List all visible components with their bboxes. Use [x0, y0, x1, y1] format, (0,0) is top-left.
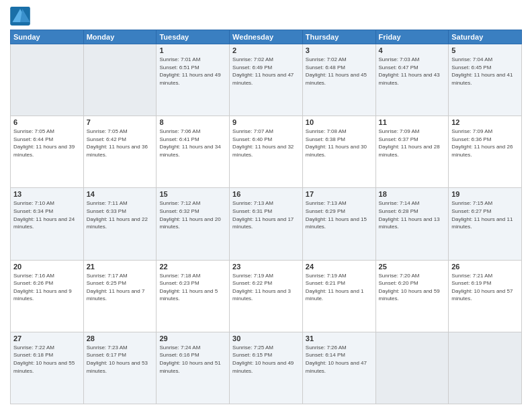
day-detail: Sunrise: 7:13 AM Sunset: 6:29 PM Dayligh…	[306, 199, 373, 230]
day-detail: Sunrise: 7:19 AM Sunset: 6:22 PM Dayligh…	[232, 272, 300, 303]
calendar-cell: 12Sunrise: 7:09 AM Sunset: 6:36 PM Dayli…	[449, 116, 522, 188]
calendar-week-row: 1Sunrise: 7:01 AM Sunset: 6:51 PM Daylig…	[11, 44, 522, 116]
day-number: 24	[306, 263, 373, 271]
calendar-week-row: 20Sunrise: 7:16 AM Sunset: 6:26 PM Dayli…	[11, 260, 522, 332]
calendar-cell: 2Sunrise: 7:02 AM Sunset: 6:49 PM Daylig…	[230, 44, 303, 116]
day-number: 15	[159, 190, 226, 198]
day-detail: Sunrise: 7:21 AM Sunset: 6:19 PM Dayligh…	[451, 272, 519, 303]
calendar-week-row: 13Sunrise: 7:10 AM Sunset: 6:34 PM Dayli…	[11, 188, 522, 260]
calendar-cell: 4Sunrise: 7:03 AM Sunset: 6:47 PM Daylig…	[375, 44, 449, 116]
calendar-cell: 17Sunrise: 7:13 AM Sunset: 6:29 PM Dayli…	[302, 188, 375, 260]
calendar-cell: 27Sunrise: 7:22 AM Sunset: 6:18 PM Dayli…	[11, 332, 84, 404]
day-number: 21	[87, 263, 154, 271]
calendar-cell: 5Sunrise: 7:04 AM Sunset: 6:45 PM Daylig…	[449, 44, 522, 116]
calendar-cell: 20Sunrise: 7:16 AM Sunset: 6:26 PM Dayli…	[11, 260, 84, 332]
day-number: 7	[87, 118, 154, 126]
header	[10, 7, 522, 26]
calendar-cell: 9Sunrise: 7:07 AM Sunset: 6:40 PM Daylig…	[230, 116, 303, 188]
day-number: 31	[306, 334, 373, 342]
day-number: 28	[87, 334, 154, 342]
day-number: 5	[451, 46, 519, 54]
day-number: 17	[306, 190, 373, 198]
day-detail: Sunrise: 7:03 AM Sunset: 6:47 PM Dayligh…	[379, 56, 446, 87]
day-detail: Sunrise: 7:16 AM Sunset: 6:26 PM Dayligh…	[13, 272, 81, 303]
day-detail: Sunrise: 7:01 AM Sunset: 6:51 PM Dayligh…	[159, 56, 226, 87]
day-header-sunday: Sunday	[11, 30, 84, 44]
calendar-cell: 11Sunrise: 7:09 AM Sunset: 6:37 PM Dayli…	[375, 116, 449, 188]
calendar-cell: 29Sunrise: 7:24 AM Sunset: 6:16 PM Dayli…	[157, 332, 230, 404]
calendar-table: SundayMondayTuesdayWednesdayThursdayFrid…	[10, 30, 522, 404]
day-number: 10	[306, 118, 373, 126]
calendar-cell: 31Sunrise: 7:26 AM Sunset: 6:14 PM Dayli…	[302, 332, 375, 404]
day-detail: Sunrise: 7:23 AM Sunset: 6:17 PM Dayligh…	[87, 344, 154, 375]
day-header-thursday: Thursday	[302, 30, 375, 44]
calendar-cell: 3Sunrise: 7:02 AM Sunset: 6:48 PM Daylig…	[302, 44, 375, 116]
day-detail: Sunrise: 7:09 AM Sunset: 6:36 PM Dayligh…	[451, 128, 519, 158]
day-number: 25	[379, 263, 446, 271]
calendar-cell: 26Sunrise: 7:21 AM Sunset: 6:19 PM Dayli…	[449, 260, 522, 332]
day-detail: Sunrise: 7:26 AM Sunset: 6:14 PM Dayligh…	[306, 344, 373, 375]
calendar-header-row: SundayMondayTuesdayWednesdayThursdayFrid…	[11, 30, 522, 44]
day-header-friday: Friday	[375, 30, 449, 44]
calendar-week-row: 27Sunrise: 7:22 AM Sunset: 6:18 PM Dayli…	[11, 332, 522, 404]
calendar-cell	[375, 332, 449, 404]
calendar-cell: 22Sunrise: 7:18 AM Sunset: 6:23 PM Dayli…	[157, 260, 230, 332]
day-detail: Sunrise: 7:09 AM Sunset: 6:37 PM Dayligh…	[379, 128, 446, 158]
calendar-cell: 23Sunrise: 7:19 AM Sunset: 6:22 PM Dayli…	[230, 260, 303, 332]
day-number: 1	[159, 46, 226, 54]
day-detail: Sunrise: 7:19 AM Sunset: 6:21 PM Dayligh…	[306, 272, 373, 303]
calendar-cell	[449, 332, 522, 404]
calendar-cell	[83, 44, 157, 116]
calendar-cell: 21Sunrise: 7:17 AM Sunset: 6:25 PM Dayli…	[83, 260, 157, 332]
calendar-cell: 16Sunrise: 7:13 AM Sunset: 6:31 PM Dayli…	[230, 188, 303, 260]
day-detail: Sunrise: 7:05 AM Sunset: 6:44 PM Dayligh…	[13, 128, 81, 158]
calendar-cell: 15Sunrise: 7:12 AM Sunset: 6:32 PM Dayli…	[157, 188, 230, 260]
calendar-cell	[11, 44, 84, 116]
day-number: 22	[159, 263, 226, 271]
calendar-week-row: 6Sunrise: 7:05 AM Sunset: 6:44 PM Daylig…	[11, 116, 522, 188]
calendar-cell: 6Sunrise: 7:05 AM Sunset: 6:44 PM Daylig…	[11, 116, 84, 188]
day-number: 13	[13, 190, 81, 198]
day-detail: Sunrise: 7:24 AM Sunset: 6:16 PM Dayligh…	[159, 344, 226, 375]
day-detail: Sunrise: 7:02 AM Sunset: 6:49 PM Dayligh…	[232, 56, 300, 87]
day-header-monday: Monday	[83, 30, 157, 44]
calendar-cell: 28Sunrise: 7:23 AM Sunset: 6:17 PM Dayli…	[83, 332, 157, 404]
calendar-cell: 1Sunrise: 7:01 AM Sunset: 6:51 PM Daylig…	[157, 44, 230, 116]
day-number: 27	[13, 334, 81, 342]
day-number: 12	[451, 118, 519, 126]
day-detail: Sunrise: 7:17 AM Sunset: 6:25 PM Dayligh…	[87, 272, 154, 303]
day-number: 26	[451, 263, 519, 271]
day-number: 16	[232, 190, 300, 198]
day-number: 14	[87, 190, 154, 198]
day-detail: Sunrise: 7:25 AM Sunset: 6:15 PM Dayligh…	[232, 344, 300, 375]
day-detail: Sunrise: 7:12 AM Sunset: 6:32 PM Dayligh…	[159, 199, 226, 230]
day-header-saturday: Saturday	[449, 30, 522, 44]
day-detail: Sunrise: 7:22 AM Sunset: 6:18 PM Dayligh…	[13, 344, 81, 375]
day-number: 4	[379, 46, 446, 54]
day-detail: Sunrise: 7:15 AM Sunset: 6:27 PM Dayligh…	[451, 199, 519, 230]
day-detail: Sunrise: 7:13 AM Sunset: 6:31 PM Dayligh…	[232, 199, 300, 230]
day-number: 29	[159, 334, 226, 342]
day-header-tuesday: Tuesday	[157, 30, 230, 44]
day-detail: Sunrise: 7:10 AM Sunset: 6:34 PM Dayligh…	[13, 199, 81, 230]
day-detail: Sunrise: 7:14 AM Sunset: 6:28 PM Dayligh…	[379, 199, 446, 230]
calendar-cell: 30Sunrise: 7:25 AM Sunset: 6:15 PM Dayli…	[230, 332, 303, 404]
day-detail: Sunrise: 7:04 AM Sunset: 6:45 PM Dayligh…	[451, 56, 519, 87]
day-detail: Sunrise: 7:05 AM Sunset: 6:42 PM Dayligh…	[87, 128, 154, 158]
calendar-cell: 25Sunrise: 7:20 AM Sunset: 6:20 PM Dayli…	[375, 260, 449, 332]
day-header-wednesday: Wednesday	[230, 30, 303, 44]
calendar-cell: 14Sunrise: 7:11 AM Sunset: 6:33 PM Dayli…	[83, 188, 157, 260]
calendar-cell: 10Sunrise: 7:08 AM Sunset: 6:38 PM Dayli…	[302, 116, 375, 188]
day-detail: Sunrise: 7:08 AM Sunset: 6:38 PM Dayligh…	[306, 128, 373, 158]
day-number: 11	[379, 118, 446, 126]
day-number: 6	[13, 118, 81, 126]
day-number: 2	[232, 46, 300, 54]
day-number: 3	[306, 46, 373, 54]
logo	[10, 7, 33, 26]
day-detail: Sunrise: 7:11 AM Sunset: 6:33 PM Dayligh…	[87, 199, 154, 230]
day-detail: Sunrise: 7:07 AM Sunset: 6:40 PM Dayligh…	[232, 128, 300, 158]
day-number: 19	[451, 190, 519, 198]
calendar-cell: 18Sunrise: 7:14 AM Sunset: 6:28 PM Dayli…	[375, 188, 449, 260]
calendar-cell: 19Sunrise: 7:15 AM Sunset: 6:27 PM Dayli…	[449, 188, 522, 260]
day-number: 18	[379, 190, 446, 198]
